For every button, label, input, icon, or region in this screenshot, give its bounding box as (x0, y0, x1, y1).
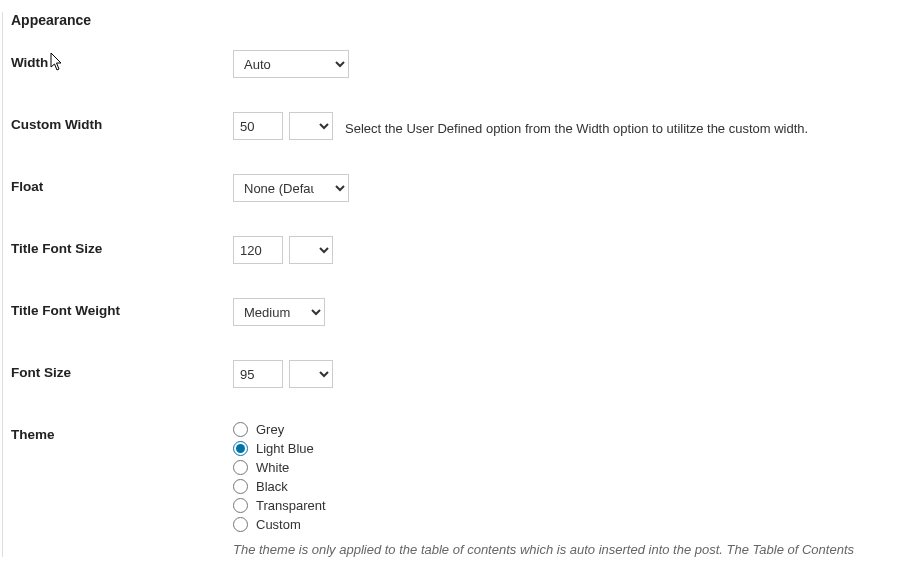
theme-radio-group: Grey Light Blue White Black Transparent (233, 422, 854, 532)
custom-width-unit-select[interactable]: % (289, 112, 333, 140)
theme-option-grey[interactable]: Grey (233, 422, 854, 437)
theme-radio-grey[interactable] (233, 422, 248, 437)
float-label: Float (11, 174, 233, 194)
width-select[interactable]: Auto (233, 50, 349, 78)
theme-option-light-blue-label: Light Blue (256, 441, 314, 456)
theme-option-transparent-label: Transparent (256, 498, 326, 513)
font-size-label: Font Size (11, 360, 233, 380)
custom-width-hint: Select the User Defined option from the … (345, 116, 808, 136)
theme-option-grey-label: Grey (256, 422, 284, 437)
title-font-size-input[interactable] (233, 236, 283, 264)
font-size-unit-select[interactable]: % (289, 360, 333, 388)
float-select[interactable]: None (Default) (233, 174, 349, 202)
theme-radio-black[interactable] (233, 479, 248, 494)
theme-note: The theme is only applied to the table o… (233, 542, 854, 557)
theme-option-black[interactable]: Black (233, 479, 854, 494)
width-label: Width (11, 50, 233, 70)
font-size-input[interactable] (233, 360, 283, 388)
theme-radio-custom[interactable] (233, 517, 248, 532)
theme-option-white[interactable]: White (233, 460, 854, 475)
theme-option-custom[interactable]: Custom (233, 517, 854, 532)
theme-option-custom-label: Custom (256, 517, 301, 532)
title-font-weight-select[interactable]: Medium (233, 298, 325, 326)
title-font-size-unit-select[interactable]: % (289, 236, 333, 264)
theme-option-transparent[interactable]: Transparent (233, 498, 854, 513)
theme-radio-white[interactable] (233, 460, 248, 475)
theme-label: Theme (11, 422, 233, 442)
theme-radio-transparent[interactable] (233, 498, 248, 513)
theme-option-black-label: Black (256, 479, 288, 494)
custom-width-label: Custom Width (11, 112, 233, 132)
section-title: Appearance (11, 12, 917, 28)
theme-radio-light-blue[interactable] (233, 441, 248, 456)
theme-option-light-blue[interactable]: Light Blue (233, 441, 854, 456)
theme-option-white-label: White (256, 460, 289, 475)
title-font-weight-label: Title Font Weight (11, 298, 233, 318)
title-font-size-label: Title Font Size (11, 236, 233, 256)
custom-width-input[interactable] (233, 112, 283, 140)
